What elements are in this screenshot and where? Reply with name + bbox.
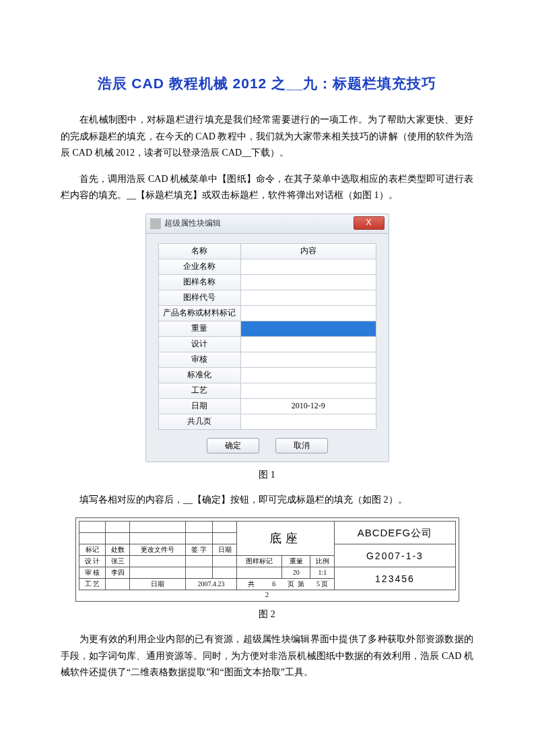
lbl-sheji: 设 计 [79,556,106,567]
property-row[interactable]: 标准化 [158,367,376,383]
col-header-value: 内容 [241,243,376,259]
val-date: 2007.4.23 [186,579,237,590]
property-row[interactable]: 重量 [158,321,376,336]
property-value[interactable] [241,274,376,290]
property-label: 企业名称 [158,259,241,274]
lbl-zl: 重量 [282,556,310,567]
titleblock-table: 底座 ABCDEFG公司 标记 处数 更改文件号 签 字 日期 G2007-1-… [79,521,456,590]
cancel-button[interactable]: 取消 [275,438,328,453]
property-label: 重量 [158,321,241,336]
property-row[interactable]: 审核 [158,352,376,367]
val-five-ye: 5 页 [310,579,335,590]
property-label: 工艺 [158,383,241,398]
lbl-biaoji: 标记 [79,544,106,556]
val-weight: 20 [282,567,310,579]
app-icon [150,218,161,229]
property-label: 日期 [158,398,241,414]
drawing-number: G2007-1-3 [335,544,455,567]
property-value[interactable] [241,305,376,321]
property-label: 审核 [158,352,241,367]
property-label: 设计 [158,336,241,352]
val-lisi: 李四 [106,567,130,579]
property-editor-dialog: 超级属性块编辑 X 名称 内容 企业名称图样名称图样代号产品名称或材料标记重量设… [145,214,389,462]
property-row[interactable]: 共几页 [158,414,376,429]
property-row[interactable]: 企业名称 [158,259,376,274]
paragraph-1: 在机械制图中，对标题栏进行填充是我们经常需要进行的一项工作。为了帮助大家更快、更… [61,112,473,162]
property-label: 共几页 [158,414,241,429]
property-value[interactable] [241,367,376,383]
property-row[interactable]: 产品名称或材料标记 [158,305,376,321]
lbl-tybz: 图样标记 [236,556,281,567]
lbl-bili: 比例 [310,556,335,567]
dialog-button-row: 确定 取消 [158,438,376,453]
lbl-riqi2: 日期 [130,579,186,590]
lbl-gwh: 更改文件号 [130,544,186,556]
paragraph-3: 填写各相对应的内容后，__【确定】按钮，即可完成标题栏的填充（如图 2）。 [61,492,473,509]
property-value[interactable] [241,336,376,352]
col-header-name: 名称 [158,243,241,259]
lbl-gongyi: 工 艺 [79,579,106,590]
lbl-ye-di: 页 第 [282,579,310,590]
property-row[interactable]: 工艺 [158,383,376,398]
page-number: 2 [79,590,456,598]
property-value[interactable] [241,383,376,398]
ok-button[interactable]: 确定 [207,438,259,453]
property-label: 标准化 [158,367,241,383]
lbl-riqi: 日期 [213,544,237,556]
val-scale: 1:1 [310,567,335,579]
property-value[interactable] [241,352,376,367]
titleblock-figure: 底座 ABCDEFG公司 标记 处数 更改文件号 签 字 日期 G2007-1-… [75,517,459,602]
property-value[interactable]: 2010-12-9 [241,398,376,414]
property-label: 图样名称 [158,274,241,290]
property-label: 图样代号 [158,290,241,305]
property-row[interactable]: 设计 [158,336,376,352]
lbl-gong: 共 [236,579,265,590]
paragraph-2: 首先，调用浩辰 CAD 机械菜单中【图纸】命令，在其子菜单中选取相应的表栏类型即… [61,171,473,204]
val-zhangsan: 张三 [106,556,130,567]
property-value[interactable] [241,321,376,336]
property-row[interactable]: 日期2010-12-9 [158,398,376,414]
property-value[interactable] [241,414,376,429]
val-six: 6 [266,579,282,590]
article-title: 浩辰 CAD 教程机械 2012 之__九：标题栏填充技巧 [61,74,473,93]
dialog-body: 名称 内容 企业名称图样名称图样代号产品名称或材料标记重量设计审核标准化工艺日期… [146,234,389,462]
company-name: ABCDEFG公司 [335,522,455,544]
paragraph-4: 为更有效的利用企业内部的已有资源，超级属性块编辑界面中提供了多种获取外部资源数据… [61,631,473,681]
figure-1-caption: 图 1 [61,469,473,481]
property-label: 产品名称或材料标记 [158,305,241,321]
lbl-chushu: 处数 [106,544,130,556]
dialog-titlebar[interactable]: 超级属性块编辑 X [146,214,389,234]
figure-2-caption: 图 2 [61,608,473,621]
document-page: 浩辰 CAD 教程机械 2012 之__九：标题栏填充技巧 在机械制图中，对标题… [0,0,534,756]
lbl-shenhe: 审 核 [79,567,106,579]
property-value[interactable] [241,259,376,274]
dialog-title-text: 超级属性块编辑 [164,218,221,229]
property-table: 名称 内容 企业名称图样名称图样代号产品名称或材料标记重量设计审核标准化工艺日期… [158,243,376,430]
part-name: 底座 [236,522,334,556]
property-row[interactable]: 图样名称 [158,274,376,290]
property-row[interactable]: 图样代号 [158,290,376,305]
property-value[interactable] [241,290,376,305]
lbl-qianzi: 签 字 [186,544,213,556]
close-button[interactable]: X [354,216,385,230]
number: 123456 [335,567,455,590]
